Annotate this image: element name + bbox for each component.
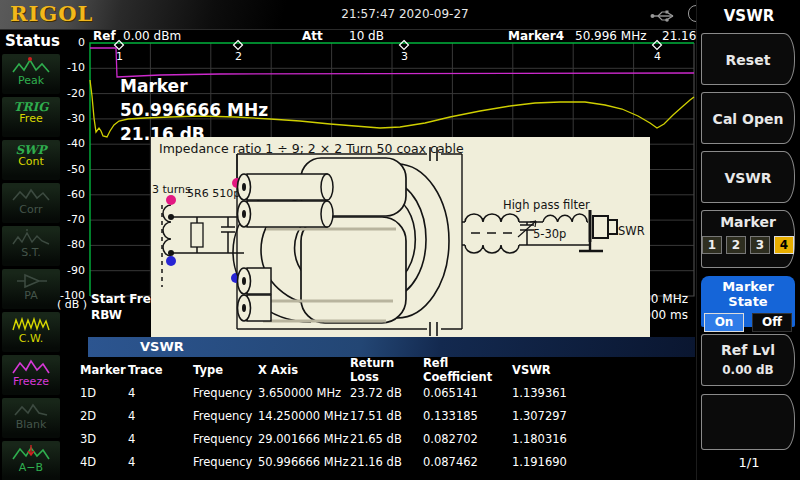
status-item-cw: C.W. (2, 312, 60, 352)
table-cell: Frequency (193, 432, 258, 446)
filter-label: High pass filter (503, 198, 590, 212)
table-cell: 29.001666 MHz (258, 432, 350, 446)
connector-label: SWR (618, 224, 645, 238)
marker-readout-title: Marker (120, 74, 268, 98)
status-item-label: PA (2, 290, 60, 302)
status-item-blank: Blank (2, 398, 60, 438)
table-cell: 14.250000 MHz (258, 409, 350, 423)
y-tick: 0 (56, 36, 85, 49)
ref-label: Ref (93, 29, 116, 43)
table-header-cell: Return Loss (350, 356, 423, 384)
analyzer-screen: 1234 RIGOL 21:57:47 2020-09-27 Local Sta… (0, 0, 800, 480)
marker-digit-2[interactable]: 2 (726, 236, 746, 254)
vswr-label: VSWR (724, 170, 771, 186)
marker-number-1: 1 (116, 50, 123, 63)
status-item-pa: PA (2, 269, 60, 309)
turns-label: 3 turns (152, 183, 191, 196)
table-cell: 0.133185 (423, 409, 512, 423)
table-cell: 2D (80, 409, 128, 423)
status-item-label: Peak (2, 75, 60, 87)
y-tick: -20 (56, 87, 85, 100)
peak-waveform-icon (9, 56, 53, 76)
pa-amp-icon (9, 271, 53, 291)
table-cell: 1.180316 (512, 432, 718, 446)
status-item-label: Free (2, 113, 60, 125)
table-header-cell: Type (193, 363, 258, 377)
marker-digit-row: 1 2 3 4 (702, 236, 794, 254)
status-item-corr: Corr (2, 183, 60, 223)
cal-open-label: Cal Open (713, 111, 784, 127)
marker-digit-1[interactable]: 1 (702, 236, 722, 254)
status-item-swp: SWP Cont (2, 140, 60, 180)
marker-state-label: Marker State (701, 279, 795, 309)
marker4-header-label: Marker4 (508, 29, 564, 43)
marker-digit-4[interactable]: 4 (774, 236, 794, 254)
marker-select-label: Marker (702, 214, 794, 230)
marker-readout: Marker 50.996666 MHz 21.16 dB (120, 74, 268, 146)
table-cell: 21.16 dB (350, 455, 423, 469)
blank-waveform-icon (9, 400, 53, 420)
table-cell: 21.65 dB (350, 432, 423, 446)
st-waveform-icon (9, 228, 53, 248)
table-cell: 50.996666 MHz (258, 455, 350, 469)
table-header-cell: VSWR (512, 363, 718, 377)
status-item-st: S.T. (2, 226, 60, 266)
usb-icon (650, 8, 678, 27)
table-header-cell: Refl Coefficient (423, 356, 512, 384)
table-cell: 0.082702 (423, 432, 512, 446)
table-cell: 17.51 dB (350, 409, 423, 423)
datetime: 21:57:47 2020-09-27 (330, 7, 480, 21)
marker-state-off[interactable]: Off (752, 313, 792, 332)
ab-waveform-icon (9, 443, 53, 463)
table-cell: 3D (80, 432, 128, 446)
marker-table: MarkerTraceTypeX AxisReturn LossRefl Coe… (60, 358, 718, 473)
status-item-label: Corr (2, 204, 60, 216)
table-cell: 1.307297 (512, 409, 718, 423)
corr-waveform-icon (9, 185, 53, 205)
marker-state-button[interactable]: Marker State On Off (701, 276, 795, 327)
reset-button[interactable]: Reset (701, 33, 795, 85)
ref-value: 0.00 dBm (123, 29, 181, 43)
graph-header: Ref 0.00 dBm Att 10 dB Marker4 50.996 MH… (88, 29, 698, 43)
function-tab-bar: VSWR (88, 337, 695, 357)
table-cell: 1.139361 (512, 386, 718, 400)
cal-open-button[interactable]: Cal Open (701, 92, 795, 144)
status-item-label: Freeze (2, 376, 60, 388)
table-cell: 4 (128, 386, 193, 400)
table-cell: 4D (80, 455, 128, 469)
y-tick: -50 (56, 163, 85, 176)
marker-select-button[interactable]: Marker 1 2 3 4 (701, 210, 795, 268)
table-header-cell: Marker (80, 363, 128, 377)
marker4-header-freq: 50.996 MHz (575, 29, 646, 43)
att-value: 10 dB (349, 29, 384, 43)
table-cell: 0.065141 (423, 386, 512, 400)
blue-terminal-dot (166, 256, 176, 266)
status-item-label: Blank (2, 419, 60, 431)
y-tick: -80 (56, 238, 85, 251)
vswr-tab-label: VSWR (140, 339, 184, 354)
table-cell: Frequency (193, 409, 258, 423)
y-tick: -30 (56, 112, 85, 125)
marker-state-on[interactable]: On (704, 313, 744, 332)
status-item-label: C.W. (2, 333, 60, 345)
y-tick: -90 (56, 264, 85, 277)
marker-readout-freq: 50.996666 MHz (120, 98, 268, 122)
circuit-overlay: Impedance ratio 1 ÷ 9; 2 × 2 Turn 50 coa… (151, 137, 650, 337)
status-item-freeze: Freeze (2, 355, 60, 395)
rigol-logo: RIGOL (10, 1, 93, 26)
top-bar: RIGOL 21:57:47 2020-09-27 Local (0, 0, 744, 30)
y-axis-labels: ( dB ) 0-10-20-30-40-50-60-70-80-90-100 (56, 30, 87, 330)
pink-terminal-dot (166, 195, 176, 205)
marker-number-3: 3 (401, 50, 408, 63)
table-cell: 3.650000 MHz (258, 386, 350, 400)
y-tick: -60 (56, 188, 85, 201)
table-cell: 1D (80, 386, 128, 400)
table-cell: 4 (128, 409, 193, 423)
marker-number-4: 4 (654, 50, 661, 63)
status-item-label: A−B (2, 462, 60, 474)
vswr-button[interactable]: VSWR (701, 151, 795, 203)
circuit-diagram: Impedance ratio 1 ÷ 9; 2 × 2 Turn 50 coa… (151, 137, 650, 337)
status-item-label: S.T. (2, 247, 60, 259)
marker-digit-3[interactable]: 3 (750, 236, 770, 254)
reset-label: Reset (726, 52, 771, 68)
